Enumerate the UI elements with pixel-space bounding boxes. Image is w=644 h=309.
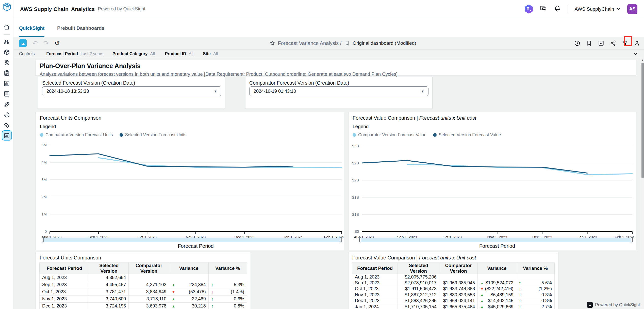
slider-handle-left[interactable] (42, 237, 44, 242)
cell-value: ($22,242,416) (485, 286, 513, 291)
vertical-scrollbar[interactable]: ▲ (641, 58, 644, 309)
scrollbar-up-arrow-icon[interactable]: ▲ (641, 59, 644, 61)
svg-text:$1B: $1B (352, 212, 359, 217)
share-icon[interactable] (609, 40, 617, 47)
forecast-period-range-slider[interactable] (42, 238, 342, 242)
comparator-version-dropdown[interactable]: 2024-10-19 01:43:10 ▼ (249, 86, 428, 96)
tab-quicksight[interactable]: QuickSight (19, 25, 44, 37)
scrollbar-thumb[interactable] (641, 63, 644, 178)
user-icon[interactable] (633, 40, 640, 47)
column-header[interactable]: Comparator Version (439, 263, 477, 274)
table-cell: ▲224,384 (169, 281, 208, 288)
triangle-down-icon: ▼ (172, 290, 175, 294)
sidebar-item-demand-planning[interactable] (2, 130, 12, 141)
reset-button[interactable]: ↺ (55, 40, 60, 47)
schedule-clock-icon[interactable] (574, 40, 581, 47)
feedback-chat-icon[interactable] (540, 5, 547, 13)
table-cell: Oct 1, 2023 (352, 286, 398, 292)
column-header[interactable]: Selected Version (398, 263, 439, 274)
sidebar-item-integrations[interactable] (2, 120, 12, 130)
sidebar-item-insights[interactable] (2, 78, 12, 88)
table-cell: 4,495,487 (89, 281, 129, 288)
sidebar-item-search[interactable] (2, 37, 12, 47)
forecast-value-table: Forecast Period Selected Version Compara… (352, 262, 555, 309)
column-header[interactable]: Selected Version (89, 263, 129, 274)
table-cell: Nov 1, 2023 (352, 292, 398, 298)
selected-version-value: 2024-10-18 13:53:33 (46, 89, 89, 94)
selected-version-label: Selected Forecast Version (Creation Date… (42, 80, 221, 86)
tab-bar: QuickSight Prebuilt Dashboards (13, 18, 644, 37)
breadcrumb-dashboard-name[interactable]: Forecast Variance Analysis / (278, 40, 341, 46)
table-cell: ▲$45,029,669 (478, 304, 516, 309)
slider-handle-right[interactable] (631, 237, 633, 242)
triangle-up-icon: ▲ (172, 304, 175, 308)
page-title-card: Plan-Over-Plan Variance Analysis Analyze… (36, 60, 636, 76)
triangle-up-icon: ▲ (172, 283, 175, 287)
table-row: Aug 1, 20234,382,684 (40, 274, 247, 281)
sidebar-item-home[interactable] (2, 22, 12, 32)
sidebar-item-sustainability[interactable] (2, 99, 12, 109)
cell-value: $6,489,159 (490, 292, 513, 298)
table-cell: 3,718,110 (129, 296, 169, 303)
arrow-up-icon: ↑ (519, 280, 521, 286)
arrow-up-icon: ↑ (519, 304, 521, 309)
table-cell (439, 274, 477, 280)
column-header[interactable]: Variance (169, 263, 208, 274)
table-row: Nov 1, 2023$1,887,312,712$1,880,823,553▲… (352, 292, 555, 298)
column-header[interactable]: Variance % (516, 263, 554, 274)
tab-prebuilt-dashboards[interactable]: Prebuilt Dashboards (57, 25, 104, 37)
comparator-version-value: 2024-10-19 01:43:10 (254, 89, 296, 94)
star-icon[interactable] (269, 40, 275, 46)
slider-handle-right[interactable] (340, 237, 342, 242)
triangle-up-icon: ▲ (480, 305, 484, 309)
cell-value: $14,402,145 (488, 298, 513, 303)
sidebar-item-network[interactable] (2, 57, 12, 68)
amazon-q-icon[interactable] (524, 5, 533, 14)
cell-value: 0.3% (541, 292, 552, 298)
sidebar-item-orders[interactable] (2, 68, 12, 78)
slider-handle-left[interactable] (359, 237, 361, 242)
avatar[interactable]: AS (627, 4, 637, 14)
bookmarks-icon[interactable] (586, 40, 593, 47)
location-pin-icon (3, 59, 10, 66)
table-cell: 4,271,103 (129, 281, 169, 288)
controls-bar: Controls Forecast Period Last 2 years Pr… (13, 50, 644, 58)
table-cell (169, 274, 208, 281)
notifications-bell-icon[interactable] (554, 5, 561, 13)
arrow-up-icon: ↑ (519, 298, 521, 304)
column-header[interactable]: Forecast Period (40, 263, 89, 274)
filter-forecast-period[interactable]: Forecast Period Last 2 years (46, 51, 103, 56)
table-subtitle: Forecast units x Unit cost (419, 255, 476, 260)
column-header[interactable]: Forecast Period (352, 263, 398, 274)
sidebar-item-work-lists[interactable] (2, 89, 12, 99)
quicksight-logo-icon[interactable] (19, 39, 27, 47)
x-axis-title: Forecast Period (362, 243, 632, 249)
column-header[interactable]: Comparator Version (129, 263, 169, 274)
table-cell: ↑2.7% (516, 304, 554, 309)
forecast-period-range-slider[interactable] (359, 238, 633, 242)
redo-button[interactable]: ↷ (43, 40, 49, 47)
svg-text:$1B: $1B (352, 195, 359, 199)
export-icon[interactable] (598, 40, 605, 47)
app-window: AWS Supply Chain Analytics Powered by Qu… (0, 0, 644, 309)
table-cell: 3,740,600 (89, 296, 129, 303)
filter-site[interactable]: Site All (203, 51, 218, 56)
controls-collapse-chevron-icon[interactable] (633, 51, 638, 56)
selected-version-dropdown[interactable]: 2024-10-18 13:53:33 ▼ (42, 86, 221, 96)
sidebar-item-products[interactable] (2, 47, 12, 57)
sidebar-item-vision[interactable] (2, 110, 12, 120)
account-menu[interactable]: AWS SupplyChain (574, 6, 621, 12)
filter-product-id[interactable]: Product ID All (165, 51, 193, 56)
table-header-row: Forecast Period Selected Version Compara… (40, 263, 247, 274)
cell-value: 0.6% (234, 296, 244, 302)
column-header[interactable]: Variance % (208, 263, 247, 274)
controls-label: Controls (19, 51, 35, 56)
undo-button[interactable]: ↶ (32, 40, 38, 47)
filter-funnel-icon[interactable] (621, 40, 629, 47)
filter-product-category[interactable]: Product Category All (112, 51, 155, 56)
column-header[interactable]: Variance (478, 263, 516, 274)
table-cell: $2,078,910,017 (398, 280, 439, 286)
table-row: Aug 1, 2023$2,005,775,206 (352, 274, 555, 280)
table-header-row: Forecast Period Selected Version Compara… (352, 263, 555, 274)
cell-value: 0.8% (541, 298, 552, 303)
